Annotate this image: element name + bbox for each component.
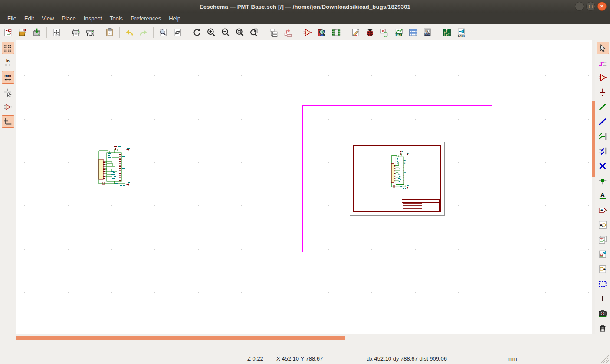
import-sheet-pin-tool[interactable] xyxy=(597,248,609,260)
svg-text:BACK: BACK xyxy=(458,34,465,37)
zoom-fit-icon xyxy=(235,28,245,37)
graphic-line-tool[interactable] xyxy=(597,277,609,290)
paste-button[interactable] xyxy=(103,26,116,39)
zoom-fit-button[interactable] xyxy=(233,26,246,39)
undo-button[interactable] xyxy=(123,26,136,39)
toolbar-separator xyxy=(437,27,437,38)
svg-text:NET: NET xyxy=(397,33,402,36)
menu-item-preferences[interactable]: Preferences xyxy=(127,13,165,24)
open-schematic-button[interactable] xyxy=(16,26,29,39)
netlist-icon: NET xyxy=(394,28,403,37)
menu-item-help[interactable]: Help xyxy=(165,13,184,24)
hierarchical-label-tool[interactable]: A xyxy=(597,218,609,231)
symbol-editor-button[interactable] xyxy=(301,26,314,39)
sheet-pin-tool[interactable]: A xyxy=(597,263,609,275)
hv-wires-icon xyxy=(3,117,13,127)
hv-wire-orientation-toggle[interactable] xyxy=(2,115,14,128)
toolbar-separator xyxy=(346,27,346,38)
grid-visibility-toggle[interactable] xyxy=(2,42,14,54)
place-symbol-tool[interactable] xyxy=(597,71,609,84)
close-button[interactable]: ✕ xyxy=(597,2,607,11)
generate-netlist-button[interactable]: NET xyxy=(392,26,405,39)
place-power-port-tool[interactable] xyxy=(597,86,609,98)
assign-footprints-icon xyxy=(380,28,389,37)
no-connect-icon xyxy=(598,161,607,171)
select-tool[interactable] xyxy=(597,42,609,54)
plot-button[interactable] xyxy=(84,26,97,39)
back-import-icon: BACK xyxy=(456,28,466,37)
hierarchy-navigator-button[interactable] xyxy=(267,26,280,39)
global-label-tool[interactable]: A xyxy=(597,204,609,216)
show-hidden-pins-toggle[interactable] xyxy=(2,101,14,113)
bus-to-bus-entry-tool[interactable] xyxy=(597,145,609,157)
leave-sheet-button[interactable] xyxy=(282,26,295,39)
bus-entry-icon xyxy=(598,146,607,156)
bom-button[interactable]: $BOM xyxy=(421,26,434,39)
import-back-annotation-button[interactable]: BACK xyxy=(455,26,468,39)
page-settings-button[interactable] xyxy=(50,26,63,39)
refresh-view-button[interactable] xyxy=(190,26,203,39)
minimize-button[interactable]: – xyxy=(575,2,584,11)
menu-item-inspect[interactable]: Inspect xyxy=(80,13,106,24)
toolbar-separator xyxy=(100,27,100,38)
svg-text:A: A xyxy=(603,267,606,271)
place-wire-icon xyxy=(598,102,607,112)
symbol-library-browser-button[interactable] xyxy=(315,26,328,39)
symbol-browser-icon xyxy=(317,28,327,37)
menu-item-view[interactable]: View xyxy=(38,13,58,24)
no-connect-flag-tool[interactable] xyxy=(597,159,609,172)
find-replace-button[interactable] xyxy=(171,26,184,39)
schematic-symbol-drawing[interactable] xyxy=(95,146,132,187)
find-replace-icon xyxy=(173,28,182,37)
menu-item-place[interactable]: Place xyxy=(58,13,80,24)
redo-button[interactable] xyxy=(137,26,150,39)
assign-footprints-button[interactable] xyxy=(378,26,391,39)
schematic-symbol-drawing-small[interactable] xyxy=(390,150,410,190)
schematic-canvas[interactable] xyxy=(16,40,592,334)
zoom-sel-icon xyxy=(249,28,259,37)
toolbar-separator xyxy=(187,27,187,38)
menu-item-file[interactable]: File xyxy=(3,13,20,24)
unit-mm-icon: mm xyxy=(3,73,13,82)
zoom-in-button[interactable] xyxy=(205,26,218,39)
find-button[interactable] xyxy=(157,26,170,39)
undo-icon xyxy=(125,28,134,37)
text-tool[interactable]: T xyxy=(597,292,609,305)
hierarchical-sheet-tool[interactable] xyxy=(597,233,609,246)
wire-to-bus-entry-tool[interactable] xyxy=(597,130,609,143)
zoom-out-icon xyxy=(221,28,230,37)
cursor-shape-toggle[interactable] xyxy=(2,86,14,98)
new-schematic-button[interactable] xyxy=(2,26,15,39)
zoom-to-selection-button[interactable] xyxy=(248,26,261,39)
delete-tool[interactable] xyxy=(597,322,609,334)
horizontal-scrollbar-thumb[interactable] xyxy=(16,336,345,340)
hidden-pins-icon xyxy=(3,102,13,112)
highlight-net-icon xyxy=(598,58,607,68)
run-pcbnew-button[interactable] xyxy=(440,26,453,39)
print-button[interactable] xyxy=(69,26,82,39)
erc-button[interactable] xyxy=(364,26,377,39)
net-label-tool[interactable]: A xyxy=(597,189,609,202)
svg-text:in: in xyxy=(6,59,10,63)
place-wire-tool[interactable] xyxy=(597,101,609,113)
units-inches-toggle[interactable]: in xyxy=(2,56,14,69)
junction-tool[interactable] xyxy=(597,174,609,187)
menu-item-tools[interactable]: Tools xyxy=(106,13,127,24)
svg-text:T: T xyxy=(600,294,605,303)
junction-icon xyxy=(598,176,607,185)
leave-sheet-icon xyxy=(283,28,293,37)
menu-item-edit[interactable]: Edit xyxy=(20,13,38,24)
highlight-net-tool[interactable] xyxy=(597,56,609,69)
image-tool[interactable] xyxy=(597,307,609,319)
sch-open-icon xyxy=(18,28,27,37)
global-label-icon: A xyxy=(598,205,607,215)
annotate-button[interactable] xyxy=(349,26,362,39)
maximize-button[interactable]: ▢ xyxy=(586,2,595,11)
zoom-out-button[interactable] xyxy=(219,26,232,39)
place-bus-tool[interactable] xyxy=(597,115,609,128)
units-mm-toggle[interactable]: mm xyxy=(2,71,14,84)
footprint-editor-button[interactable] xyxy=(330,26,343,39)
delete-icon xyxy=(598,323,607,333)
save-button[interactable] xyxy=(30,26,43,39)
symbol-fields-table-button[interactable] xyxy=(407,26,420,39)
